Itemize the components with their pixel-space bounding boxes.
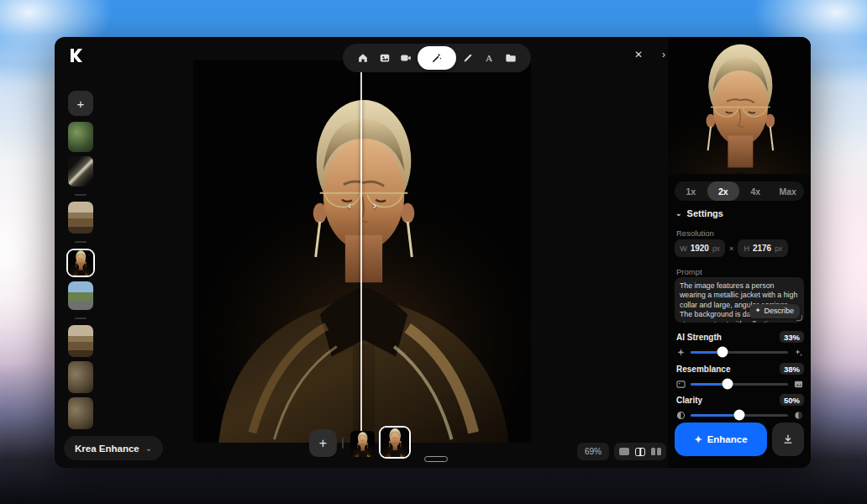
height-unit: px	[775, 244, 782, 253]
image-filled-icon	[792, 380, 804, 389]
svg-text:A: A	[486, 53, 493, 63]
split-view-icon[interactable]	[635, 448, 645, 456]
slider-clarity: Clarity 50%	[675, 394, 804, 423]
slider-resemblance: Resemblance 38%	[675, 363, 804, 391]
prompt-label: Prompt	[676, 267, 702, 276]
slider-track[interactable]	[691, 414, 788, 417]
magic-wand-icon[interactable]	[418, 46, 456, 70]
slider-thumb[interactable]	[717, 347, 728, 358]
enhance-button[interactable]: ✦ Enhance	[675, 423, 767, 456]
sparkle-icon: ✦	[755, 307, 761, 315]
enhanced-preview-image[interactable]	[668, 37, 811, 174]
mode-switcher[interactable]: Krea Enhance ⌄	[64, 436, 163, 460]
height-field[interactable]: H 2176 px	[738, 239, 788, 257]
image-icon[interactable]	[375, 48, 395, 68]
strip-thumbnail-original[interactable]	[350, 431, 375, 457]
folder-icon[interactable]	[501, 48, 521, 68]
scale-option-1x[interactable]: 1x	[675, 181, 707, 201]
width-field[interactable]: W 1920 px	[675, 239, 725, 257]
compare-slider-handle[interactable]: ‹ ›	[348, 199, 376, 212]
sparkle-small-icon	[675, 348, 686, 357]
chevron-right-icon: ›	[373, 199, 376, 212]
scale-option-max[interactable]: Max	[772, 181, 805, 201]
download-icon	[782, 433, 794, 445]
slider-label: AI Strength	[675, 333, 722, 342]
contrast-high-icon	[792, 411, 804, 420]
sparkle-icon: ✦	[694, 434, 701, 445]
mode-label: Krea Enhance	[75, 444, 139, 454]
thumbnail-interior[interactable]	[68, 202, 93, 234]
describe-label: Describe	[764, 307, 794, 317]
zoom-level-badge[interactable]: 69%	[577, 443, 609, 460]
add-image-button[interactable]: +	[68, 91, 93, 116]
resolution-fields: W 1920 px × H 2176 px	[675, 239, 804, 257]
drag-handle[interactable]	[424, 456, 448, 462]
chevron-down-icon: ⌄	[145, 444, 152, 453]
slider-track[interactable]	[691, 383, 788, 386]
width-key: W	[680, 244, 687, 253]
scale-option-4x[interactable]: 4x	[739, 181, 772, 201]
slider-track[interactable]	[691, 351, 788, 354]
width-unit: px	[712, 244, 720, 253]
pen-icon[interactable]	[458, 48, 478, 68]
view-mode-switcher	[614, 443, 666, 460]
krea-logo[interactable]	[67, 47, 84, 64]
resize-handle[interactable]	[796, 315, 802, 321]
slider-value-badge: 33%	[780, 331, 804, 343]
thumbnail-group-photo[interactable]	[68, 361, 93, 393]
divider	[75, 318, 87, 319]
contrast-low-icon	[675, 411, 686, 420]
width-value: 1920	[691, 244, 709, 253]
slider-label: Clarity	[675, 396, 702, 405]
strip-thumbnail-enhanced-selected[interactable]	[379, 426, 411, 459]
sidebar: +	[65, 91, 97, 433]
slider-ai-strength: AI Strength 33%	[675, 331, 804, 360]
slider-thumb[interactable]	[734, 410, 745, 421]
single-view-icon[interactable]	[619, 448, 629, 455]
text-icon[interactable]: A	[479, 48, 499, 68]
chevron-down-icon: ⌄	[675, 209, 682, 218]
app-window: A ✕ › + ‹ › Krea Enhanc	[55, 37, 811, 468]
toolbar: A	[343, 44, 531, 72]
right-panel: 1x 2x 4x Max ⌄ Settings Resolution W 192…	[668, 37, 811, 468]
enhance-label: Enhance	[707, 434, 748, 444]
slider-value-badge: 38%	[780, 363, 804, 375]
divider	[342, 438, 344, 449]
strip-add-button[interactable]: +	[309, 429, 337, 457]
divider	[75, 194, 87, 196]
scale-selector: 1x 2x 4x Max	[675, 181, 804, 201]
compare-slider-line[interactable]	[360, 60, 362, 443]
slider-value-badge: 50%	[780, 394, 804, 406]
sparkle-large-icon	[792, 348, 804, 357]
thumbnail-group-photo-2[interactable]	[68, 397, 93, 429]
settings-toggle[interactable]: ⌄ Settings	[675, 208, 723, 218]
thumbnail-car-outdoor[interactable]	[68, 281, 93, 310]
times-symbol: ×	[729, 244, 733, 253]
thumbnail-sculpture[interactable]	[68, 156, 93, 186]
describe-button[interactable]: ✦ Describe	[749, 304, 800, 318]
thumbnail-plant[interactable]	[68, 122, 93, 152]
window-controls: ✕ ›	[629, 45, 673, 64]
resolution-label: Resolution	[676, 228, 714, 238]
divider	[75, 241, 87, 243]
scale-option-2x[interactable]: 2x	[707, 181, 740, 201]
prompt-textarea[interactable]: The image features a person wearing a me…	[675, 277, 804, 323]
home-icon[interactable]	[353, 48, 373, 68]
chevron-left-icon: ‹	[348, 199, 351, 212]
image-outline-icon	[675, 380, 686, 389]
thumbnail-interior-2[interactable]	[68, 325, 93, 357]
download-button[interactable]	[772, 423, 804, 456]
close-icon[interactable]: ✕	[629, 45, 648, 64]
height-value: 2176	[753, 244, 771, 253]
video-icon[interactable]	[396, 48, 416, 68]
slider-label: Resemblance	[675, 365, 730, 374]
settings-label: Settings	[687, 208, 723, 218]
canvas-image[interactable]: ‹ ›	[193, 60, 531, 443]
height-key: H	[744, 244, 749, 253]
side-by-side-view-icon[interactable]	[651, 448, 661, 455]
slider-thumb[interactable]	[722, 379, 733, 390]
thumbnail-portrait-selected[interactable]	[66, 249, 95, 277]
